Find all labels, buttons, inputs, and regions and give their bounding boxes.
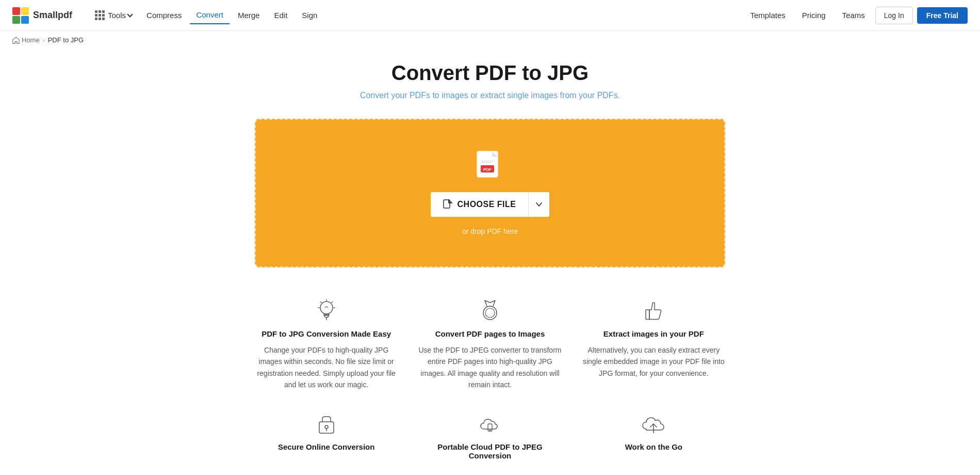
logo-icon: [12, 7, 29, 24]
svg-rect-1: [21, 7, 29, 15]
svg-point-22: [485, 308, 495, 318]
nav-item-sign[interactable]: Sign: [296, 7, 323, 24]
svg-point-12: [320, 302, 333, 314]
feature-1-desc: Change your PDFs to high-quality JPG ima…: [255, 344, 398, 391]
svg-line-19: [320, 302, 321, 303]
cloud-upload-icon: [641, 411, 666, 436]
feature-work-on-go: Work on the Go: [582, 411, 725, 460]
nav-left: Tools Compress Convert Merge Edit Sign: [89, 6, 323, 24]
thumbsup-icon: [641, 298, 666, 323]
nav-templates[interactable]: Templates: [744, 7, 791, 24]
svg-text:PDF: PDF: [483, 167, 492, 172]
pdf-file-icon: PDF: [477, 151, 503, 182]
nav-item-convert[interactable]: Convert: [190, 6, 230, 24]
page-title: Convert PDF to JPG: [255, 61, 725, 85]
feature-2-desc: Use the PDF to JPEG converter to transfo…: [418, 344, 561, 391]
login-button[interactable]: Log In: [875, 7, 913, 24]
lightbulb-icon: [314, 298, 339, 323]
svg-rect-3: [21, 16, 29, 24]
breadcrumb-separator: ›: [43, 37, 45, 44]
features-grid: PDF to JPG Conversion Made Easy Change y…: [255, 298, 725, 460]
feature-2-title: Convert PDF pages to Images: [435, 329, 545, 338]
nav-pricing[interactable]: Pricing: [796, 7, 832, 24]
svg-rect-0: [12, 7, 20, 15]
nav-right: Templates Pricing Teams Log In Free Tria…: [744, 7, 968, 24]
feature-portable-cloud: Portable Cloud PDF to JPEG Conversion: [418, 411, 561, 460]
feature-secure-conversion: Secure Online Conversion: [255, 411, 398, 460]
feature-1-title: PDF to JPG Conversion Made Easy: [262, 329, 391, 338]
free-trial-button[interactable]: Free Trial: [917, 7, 968, 24]
medal-icon: [478, 298, 502, 323]
feature-3-desc: Alternatively, you can easily extract ev…: [582, 344, 725, 379]
cloud-mobile-icon: [478, 411, 502, 436]
main-content: Convert PDF to JPG Convert your PDFs to …: [242, 49, 738, 475]
feature-4-title: Secure Online Conversion: [278, 442, 375, 451]
breadcrumb: Home › PDF to JPG: [0, 31, 980, 49]
grid-icon: [95, 10, 105, 20]
svg-rect-23: [646, 310, 649, 320]
feature-easy-conversion: PDF to JPG Conversion Made Easy Change y…: [255, 298, 398, 391]
dropdown-chevron-icon: [536, 202, 542, 207]
file-upload-icon: [443, 199, 452, 210]
upload-dropdown-button[interactable]: [529, 192, 549, 217]
feature-5-title: Portable Cloud PDF to JPEG Conversion: [418, 442, 561, 460]
svg-rect-2: [12, 16, 20, 24]
page-subtitle: Convert your PDFs to images or extract s…: [255, 91, 725, 100]
feature-3-title: Extract images in your PDF: [603, 329, 704, 338]
feature-extract-images: Extract images in your PDF Alternatively…: [582, 298, 725, 391]
breadcrumb-current: PDF to JPG: [48, 36, 84, 44]
nav-teams[interactable]: Teams: [836, 7, 871, 24]
upload-button-row: CHOOSE FILE: [431, 192, 550, 217]
chevron-down-icon: [127, 11, 133, 17]
nav-item-tools[interactable]: Tools: [89, 6, 138, 24]
header: Smallpdf Tools Compress Convert Merge Ed…: [0, 0, 980, 31]
svg-point-25: [325, 425, 328, 429]
drop-text: or drop PDF here: [462, 227, 518, 235]
breadcrumb-home[interactable]: Home: [12, 36, 40, 44]
home-icon: [12, 37, 20, 44]
svg-rect-24: [319, 422, 334, 433]
nav-item-compress[interactable]: Compress: [140, 7, 188, 24]
choose-file-button[interactable]: CHOOSE FILE: [431, 192, 529, 217]
nav-item-edit[interactable]: Edit: [268, 7, 293, 24]
logo-text: Smallpdf: [33, 10, 72, 21]
svg-line-17: [332, 302, 333, 303]
logo[interactable]: Smallpdf: [12, 7, 72, 24]
upload-zone[interactable]: PDF CHOOSE FILE or drop PDF her: [255, 119, 725, 267]
lock-icon: [314, 411, 339, 436]
nav-item-merge[interactable]: Merge: [232, 7, 266, 24]
feature-pages-to-images: Convert PDF pages to Images Use the PDF …: [418, 298, 561, 391]
feature-6-title: Work on the Go: [625, 442, 682, 451]
